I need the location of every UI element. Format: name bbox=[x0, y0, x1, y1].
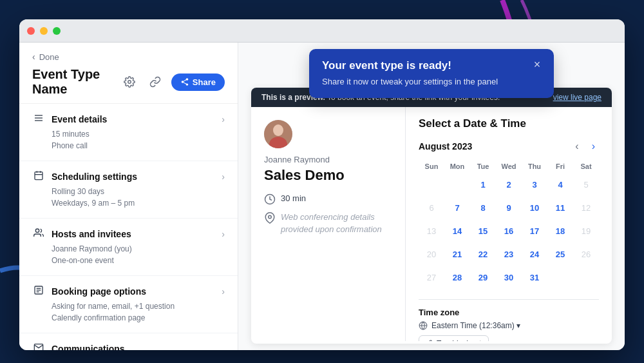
available-date[interactable]: 31 bbox=[525, 268, 544, 287]
event-name: Sales Demo bbox=[264, 167, 392, 184]
unavailable-date: 20 bbox=[422, 244, 441, 264]
settings-icon-button[interactable] bbox=[120, 72, 139, 92]
sidebar-actions: Share bbox=[120, 72, 225, 92]
svg-point-17 bbox=[269, 216, 272, 219]
calendar-grid: SunMonTueWedThuFriSat 123456789101112131… bbox=[419, 160, 599, 289]
timezone-value[interactable]: Eastern Time (12:36am) ▾ bbox=[431, 321, 520, 330]
available-date[interactable]: 24 bbox=[525, 244, 544, 264]
link-icon-button[interactable] bbox=[146, 72, 165, 92]
location-icon bbox=[264, 212, 276, 224]
preview-body: Joanne Raymond Sales Demo 30 min bbox=[251, 107, 612, 341]
available-date[interactable]: 1 bbox=[473, 175, 493, 194]
back-arrow-icon: ‹ bbox=[32, 52, 35, 62]
available-date[interactable]: 16 bbox=[499, 221, 518, 240]
location-item: Web conferencing details provided upon c… bbox=[264, 211, 392, 235]
menu-section-header: Event details › bbox=[32, 113, 225, 126]
maximize-window-button[interactable] bbox=[53, 27, 61, 35]
detail-rolling: Rolling 30 days bbox=[52, 186, 225, 197]
unavailable-date: 12 bbox=[576, 198, 596, 217]
calendar-week-row: 20212223242526 bbox=[419, 242, 599, 266]
location-text: Web conferencing details provided upon c… bbox=[281, 211, 392, 235]
booking-info-panel: Joanne Raymond Sales Demo 30 min bbox=[251, 107, 406, 341]
available-date[interactable]: 23 bbox=[499, 244, 518, 264]
menu-icon bbox=[32, 113, 45, 126]
sidebar: ‹ Done Event Type Name bbox=[19, 43, 238, 350]
calendar-nav-buttons: ‹ › bbox=[571, 139, 599, 153]
menu-section-event-details[interactable]: Event details › 15 minutes Phone call bbox=[19, 104, 238, 161]
available-date[interactable]: 14 bbox=[448, 221, 467, 240]
available-date[interactable]: 15 bbox=[473, 221, 493, 240]
duration-text: 30 min bbox=[281, 193, 306, 204]
unavailable-date: 6 bbox=[422, 198, 441, 217]
available-date[interactable]: 4 bbox=[551, 175, 570, 194]
hosts-info: Joanne Raymond (you) One-on-one event bbox=[32, 243, 225, 266]
troubleshoot-button[interactable]: Troubleshoot bbox=[419, 335, 489, 341]
popup-subtitle: Share it now or tweak your settings in t… bbox=[322, 76, 541, 88]
calendar-day-header: Fri bbox=[547, 160, 573, 173]
menu-section-left: Scheduling settings bbox=[32, 170, 137, 183]
available-date[interactable]: 2 bbox=[499, 175, 518, 194]
unavailable-date: 5 bbox=[576, 175, 596, 194]
people-icon bbox=[32, 228, 45, 240]
available-date[interactable]: 10 bbox=[525, 198, 544, 217]
browser-titlebar bbox=[19, 19, 625, 43]
available-date[interactable]: 3 bbox=[525, 175, 544, 194]
communications-title: Communications bbox=[52, 344, 125, 350]
menu-section-communications[interactable]: Communications Calendar invitations No r… bbox=[19, 333, 238, 350]
menu-section-left: Booking page options bbox=[32, 285, 146, 298]
menu-section-header: Hosts and invitees › bbox=[32, 228, 225, 240]
popup-close-button[interactable]: × bbox=[529, 57, 545, 72]
timezone-section: Time zone Eastern Time (12:36am) ▾ bbox=[419, 299, 599, 341]
booking-title: Booking page options bbox=[52, 286, 146, 297]
menu-section-booking[interactable]: Booking page options › Asking for name, … bbox=[19, 276, 238, 333]
available-date[interactable]: 9 bbox=[499, 198, 518, 217]
browser-body: ‹ Done Event Type Name bbox=[19, 43, 625, 350]
available-date[interactable]: 17 bbox=[525, 221, 544, 240]
next-month-button[interactable]: › bbox=[588, 139, 599, 153]
menu-section-hosts[interactable]: Hosts and invitees › Joanne Raymond (you… bbox=[19, 219, 238, 276]
available-date[interactable]: 22 bbox=[473, 244, 493, 264]
event-details-info: 15 minutes Phone call bbox=[32, 128, 225, 152]
calendar-navigation: August 2023 ‹ › bbox=[419, 139, 599, 153]
browser-window: ‹ Done Event Type Name bbox=[19, 19, 625, 350]
sidebar-header: ‹ Done Event Type Name bbox=[19, 43, 238, 104]
chevron-right-icon: › bbox=[222, 172, 225, 182]
calendar-week-row: 13141516171819 bbox=[419, 219, 599, 242]
available-date[interactable]: 21 bbox=[448, 244, 467, 264]
available-date[interactable]: 7 bbox=[448, 198, 467, 217]
calendar-day-header: Sun bbox=[419, 160, 444, 173]
available-date[interactable]: 18 bbox=[551, 221, 570, 240]
menu-section-scheduling[interactable]: Scheduling settings › Rolling 30 days We… bbox=[19, 161, 238, 219]
unavailable-date: 26 bbox=[576, 244, 596, 264]
detail-confirmation: Calendly confirmation page bbox=[52, 312, 225, 324]
minimize-window-button[interactable] bbox=[40, 27, 48, 35]
svg-point-0 bbox=[128, 81, 131, 84]
organizer-name: Joanne Raymond bbox=[264, 155, 392, 164]
available-date[interactable]: 25 bbox=[551, 244, 570, 264]
duration-item: 30 min bbox=[264, 193, 392, 205]
back-button[interactable]: ‹ Done bbox=[32, 52, 225, 62]
booking-info-text: Asking for name, email, +1 question Cale… bbox=[32, 300, 225, 324]
svg-point-8 bbox=[35, 229, 39, 232]
calendar-section-title: Select a Date & Time bbox=[419, 117, 599, 130]
calendar-panel: Select a Date & Time August 2023 ‹ › Sun… bbox=[406, 107, 612, 341]
prev-month-button[interactable]: ‹ bbox=[571, 139, 582, 153]
svg-rect-4 bbox=[35, 172, 43, 180]
available-date[interactable]: 28 bbox=[448, 268, 467, 287]
globe-icon bbox=[419, 321, 428, 330]
menu-section-header: Booking page options › bbox=[32, 285, 225, 298]
menu-section-header: Scheduling settings › bbox=[32, 170, 225, 183]
detail-host-name: Joanne Raymond (you) bbox=[52, 243, 225, 255]
troubleshoot-label: Troubleshoot bbox=[437, 339, 482, 341]
calendar-day-header: Sat bbox=[573, 160, 599, 173]
available-date[interactable]: 8 bbox=[473, 198, 493, 217]
share-button[interactable]: Share bbox=[171, 74, 225, 91]
timezone-row: Eastern Time (12:36am) ▾ bbox=[419, 321, 599, 330]
available-date[interactable]: 29 bbox=[473, 268, 493, 287]
available-date[interactable]: 30 bbox=[499, 268, 518, 287]
calendar-icon bbox=[32, 170, 45, 183]
view-live-link[interactable]: view live page bbox=[553, 93, 601, 102]
doc-icon bbox=[32, 285, 45, 298]
available-date[interactable]: 11 bbox=[551, 198, 570, 217]
close-window-button[interactable] bbox=[27, 27, 35, 35]
